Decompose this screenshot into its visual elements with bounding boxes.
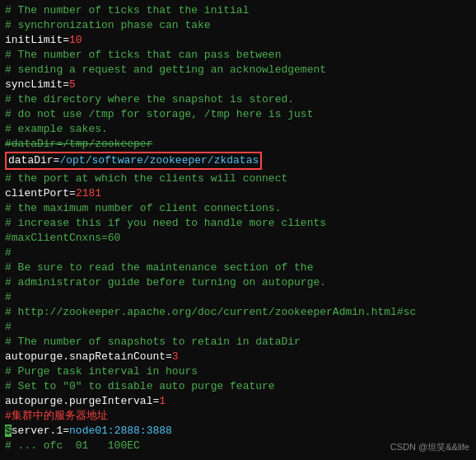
line-3: initLimit=10 (5, 33, 471, 48)
line-11: # the port at which the clients will con… (5, 171, 471, 186)
line-6: syncLimit=5 (5, 77, 471, 92)
line-26: autopurge.purgeInterval=1 (5, 394, 471, 409)
line-17: # Be sure to read the maintenance sectio… (5, 261, 471, 275)
line-2: # synchronization phase can take (5, 18, 471, 33)
line-14: # increase this if you need to handle mo… (5, 216, 471, 231)
line-9: # example sakes. (5, 122, 471, 137)
line-18: # administrator guide before turning on … (5, 275, 471, 290)
line-23: autopurge.snapRetainCount=3 (5, 350, 471, 364)
line-13: # the maximum number of client connectio… (5, 201, 471, 216)
line-1: # The number of ticks that the initial (5, 3, 471, 18)
line-21: # (5, 320, 471, 335)
line-7: # the directory where the snapshot is st… (5, 92, 471, 107)
line-chinese: #集群中的服务器地址 (5, 409, 471, 424)
line-datadir: dataDir=/opt/software/zookeeper/zkdatas (5, 152, 262, 170)
line-10: #dataDir=/tmp/zookeeper (5, 137, 471, 152)
line-19: # (5, 290, 471, 305)
line-server: $server.1=node01:2888:3888 (5, 424, 471, 439)
line-22: # The number of snapshots to retain in d… (5, 335, 471, 350)
line-8: # do not use /tmp for storage, /tmp here… (5, 107, 471, 122)
line-5: # sending a request and getting an ackno… (5, 63, 471, 77)
line-12: clientPort=2181 (5, 186, 471, 201)
line-16: # (5, 246, 471, 261)
line-25: # Set to "0" to disable auto purge featu… (5, 379, 471, 394)
line-20: # http://zookeeper.apache.org/doc/curren… (5, 305, 471, 320)
line-4: # The number of ticks that can pass betw… (5, 48, 471, 63)
terminal: # The number of ticks that the initial #… (0, 0, 476, 460)
line-15: #maxClientCnxns=60 (5, 231, 471, 246)
line-24: # Purge task interval in hours (5, 364, 471, 379)
watermark: CSDN @坦笑&&life (390, 441, 469, 453)
